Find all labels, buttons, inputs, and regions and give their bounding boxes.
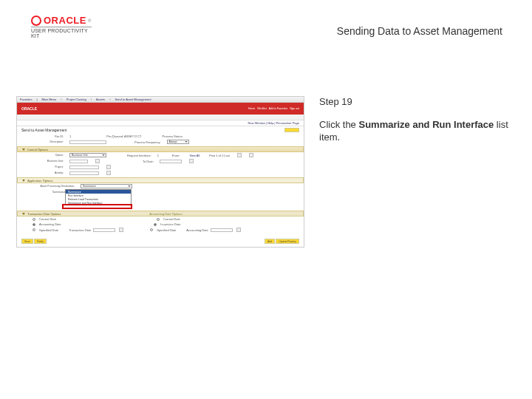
page-title: Send to Asset Management: [21, 128, 66, 132]
calendar-icon[interactable]: [119, 228, 123, 232]
link-signout[interactable]: Sign out: [290, 107, 299, 110]
radio-tdate-current[interactable]: [157, 218, 160, 221]
radio-accounting-date[interactable]: [33, 223, 35, 226]
nav-spacer: [17, 115, 304, 120]
radio-current-date[interactable]: [33, 218, 35, 221]
activity-label: Activity:: [23, 171, 64, 174]
instr-bold: Summarize and Run Interface: [358, 119, 494, 130]
link-favorites[interactable]: Add to Favorites: [269, 107, 287, 110]
proc-freq-select[interactable]: Always: [167, 140, 189, 144]
link-worklist[interactable]: Worklist: [257, 107, 266, 110]
app-brand-bar: ORACLE Home Worklist Add to Favorites Si…: [17, 103, 304, 115]
radio-tdate-inservice[interactable]: [154, 223, 157, 226]
control-options-section[interactable]: Control Options: [17, 146, 304, 152]
req-iface-label: Request Interface:: [127, 154, 151, 157]
instr-prefix: Click the: [319, 119, 358, 130]
chevron-down-icon: [22, 149, 25, 151]
lookup-icon[interactable]: [95, 159, 100, 163]
product-line-label: USER PRODUCTIVITY KIT: [31, 27, 92, 38]
radio-specified-date[interactable]: [33, 228, 35, 231]
acct-date-options-label: Accounting Date Options: [149, 212, 182, 216]
tab-send-to-am[interactable]: Send to Asset Management: [115, 98, 151, 101]
chevron-down-icon: [22, 213, 25, 215]
calendar-icon[interactable]: [236, 228, 241, 232]
save-button[interactable]: Save: [21, 239, 33, 244]
add-row-icon[interactable]: [237, 153, 242, 157]
asset-proc-dest-label: Asset Processing Destination:: [23, 185, 75, 188]
project-label: Project:: [23, 166, 64, 168]
bu-input[interactable]: [69, 160, 88, 163]
tab-assets[interactable]: Assets: [96, 98, 105, 101]
trademark-symbol: ®: [88, 18, 91, 23]
todate-label: To Date:: [143, 160, 154, 163]
acct-date-label: Accounting Date: [186, 228, 208, 232]
app-screenshot: Favorites | Main Menu › Project Costing …: [16, 96, 304, 248]
description-label: Description:: [23, 140, 64, 143]
activity-input[interactable]: [69, 171, 99, 175]
todate-input[interactable]: [160, 160, 182, 163]
highlight-target-box: [62, 204, 132, 209]
instruction-panel: Step 19 Click the Summarize and Run Inte…: [319, 96, 511, 248]
remove-row-icon[interactable]: [249, 153, 253, 157]
add-button[interactable]: Add: [265, 239, 275, 244]
tx-date-input[interactable]: [93, 228, 115, 232]
lookup-icon[interactable]: [106, 165, 111, 169]
proc-status-label: Process Status:: [163, 134, 183, 138]
instruction-text: Click the Summarize and Run Interface li…: [319, 119, 511, 144]
pager-text: First 1 of 1 Last: [209, 154, 230, 157]
run-id-value: 1: [69, 134, 71, 138]
page-tools: New Window | Help | Personalize Page: [17, 120, 304, 126]
document-title: Sending Data to Asset Management: [337, 25, 502, 37]
brand-logo-block: ORACLE ® USER PRODUCTIVITY KIT: [31, 15, 92, 38]
update-button[interactable]: Update/Display: [276, 239, 299, 244]
tx-date-label: Transaction Date: [69, 228, 91, 232]
oracle-o-icon: [31, 16, 41, 26]
project-input[interactable]: [69, 166, 99, 169]
oracle-wordmark: ORACLE: [44, 15, 86, 26]
option-label: Option:: [23, 154, 64, 157]
app-oracle-logo: ORACLE: [21, 106, 37, 111]
run-id-label: Run ID:: [23, 135, 64, 138]
option-select[interactable]: Business Unit: [69, 153, 106, 157]
req-iface-value: 1: [157, 154, 159, 157]
bu-label: Business Unit:: [23, 160, 64, 163]
run-button[interactable]: [284, 128, 299, 132]
radio-tdate-specified[interactable]: [150, 228, 153, 231]
proc-freq-label: Process Frequency:: [134, 140, 161, 144]
link-home[interactable]: Home: [248, 107, 255, 110]
tx-date-options-section[interactable]: Transaction Date Options Accounting Date…: [17, 211, 304, 216]
chevron-down-icon: [22, 180, 25, 182]
tab-favorites[interactable]: Favorites: [20, 98, 32, 101]
proc-queued-label: Pre-Queued: ASSET D CT: [106, 134, 141, 138]
tab-project-costing[interactable]: Project Costing: [66, 98, 86, 101]
tab-main-menu[interactable]: Main Menu: [42, 98, 57, 101]
breadcrumb-tabs: Favorites | Main Menu › Project Costing …: [17, 97, 304, 103]
page-tools-links[interactable]: New Window | Help | Personalize Page: [248, 121, 299, 125]
oracle-logo: ORACLE ®: [31, 15, 92, 26]
asset-proc-dest-listbox: Summarize Run Interface Retrieve Load Tr…: [65, 189, 132, 205]
step-label: Step 19: [319, 96, 511, 109]
notify-button[interactable]: Notify: [34, 239, 47, 244]
app-options-section[interactable]: Application Options: [17, 177, 304, 183]
from-label: From:: [172, 154, 180, 157]
description-input[interactable]: [69, 140, 106, 144]
acct-date-input[interactable]: [211, 228, 233, 232]
view-all-link[interactable]: View All: [189, 154, 200, 157]
lookup-icon[interactable]: [106, 171, 111, 175]
asset-proc-dest-select[interactable]: Summarize: [81, 184, 132, 188]
calendar-icon[interactable]: [189, 159, 194, 163]
